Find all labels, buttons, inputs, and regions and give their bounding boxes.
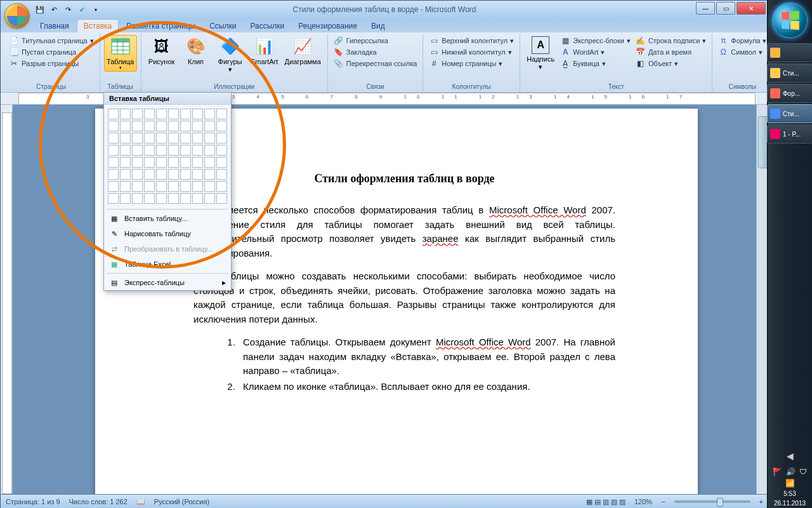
- clipart-button[interactable]: 🎨Клип: [180, 35, 213, 67]
- grid-cell[interactable]: [192, 121, 203, 131]
- grid-cell[interactable]: [120, 133, 131, 144]
- grid-cell[interactable]: [156, 133, 167, 144]
- grid-cell[interactable]: [120, 109, 131, 119]
- qat-more-icon[interactable]: ▾: [89, 3, 102, 16]
- dropcap-button[interactable]: A̲Буквица ▾: [558, 58, 608, 69]
- draw-table-item[interactable]: ✎Нарисовать таблицу: [104, 226, 231, 241]
- taskbar-item[interactable]: [767, 43, 812, 62]
- grid-cell[interactable]: [108, 133, 119, 144]
- grid-cell[interactable]: [216, 121, 227, 131]
- zoom-out-button[interactable]: −: [661, 498, 665, 505]
- grid-cell[interactable]: [180, 133, 191, 144]
- chart-button[interactable]: 📈Диаграмма: [282, 35, 324, 67]
- system-tray[interactable]: ◀ 🚩🔊🛡 📶 5:53 26.11.2013: [773, 447, 807, 508]
- hyperlink-button[interactable]: 🔗Гиперссылка: [332, 35, 390, 46]
- zoom-slider[interactable]: [674, 500, 750, 503]
- tab-review[interactable]: Рецензирование: [292, 20, 363, 32]
- grid-cell[interactable]: [216, 145, 227, 156]
- grid-cell[interactable]: [156, 121, 167, 131]
- tray-expand-icon[interactable]: ◀: [787, 451, 794, 461]
- tab-mailings[interactable]: Рассылки: [244, 20, 291, 32]
- tab-view[interactable]: Вид: [365, 20, 391, 32]
- grid-cell[interactable]: [132, 109, 143, 119]
- grid-cell[interactable]: [216, 109, 227, 119]
- grid-cell[interactable]: [168, 121, 179, 131]
- grid-cell[interactable]: [156, 145, 167, 156]
- grid-cell[interactable]: [156, 169, 167, 180]
- insert-table-item[interactable]: ▦Вставить таблицу...: [104, 211, 231, 226]
- volume-icon[interactable]: 🔊: [786, 467, 796, 476]
- crossref-button[interactable]: 📎Перекрестная ссылка: [332, 58, 419, 69]
- grid-cell[interactable]: [108, 157, 119, 168]
- grid-cell[interactable]: [204, 157, 215, 168]
- quickparts-button[interactable]: ▦Экспресс-блоки ▾: [558, 35, 632, 46]
- grid-cell[interactable]: [108, 145, 119, 156]
- textbox-button[interactable]: AНадпись ▾: [524, 35, 557, 72]
- grid-cell[interactable]: [204, 121, 215, 131]
- grid-cell[interactable]: [144, 181, 155, 192]
- grid-cell[interactable]: [156, 109, 167, 119]
- grid-cell[interactable]: [216, 193, 227, 204]
- spellcheck-icon[interactable]: ✔: [75, 3, 88, 16]
- vertical-ruler[interactable]: [1, 105, 13, 494]
- quick-tables-item[interactable]: ▤Экспресс-таблицы▶: [104, 275, 231, 290]
- tray-icons[interactable]: 🚩🔊🛡: [773, 467, 807, 476]
- grid-cell[interactable]: [168, 109, 179, 119]
- grid-cell[interactable]: [216, 133, 227, 144]
- grid-cell[interactable]: [192, 145, 203, 156]
- grid-cell[interactable]: [120, 157, 131, 168]
- grid-cell[interactable]: [192, 169, 203, 180]
- network-icon[interactable]: 🛡: [799, 467, 807, 476]
- header-button[interactable]: ▭Верхний колонтитул ▾: [427, 35, 516, 46]
- grid-cell[interactable]: [132, 193, 143, 204]
- proofing-icon[interactable]: 📖: [136, 498, 145, 506]
- cover-page-button[interactable]: 📄Титульная страница ▾: [7, 35, 96, 46]
- grid-cell[interactable]: [204, 145, 215, 156]
- grid-cell[interactable]: [216, 169, 227, 180]
- bookmark-button[interactable]: 🔖Закладка: [332, 46, 379, 58]
- grid-cell[interactable]: [132, 157, 143, 168]
- blank-page-button[interactable]: 📃Пустая страница: [7, 46, 78, 58]
- taskbar-item[interactable]: Сти...: [767, 104, 812, 123]
- grid-cell[interactable]: [192, 109, 203, 119]
- save-icon[interactable]: 💾: [34, 3, 46, 16]
- signal-icon[interactable]: 📶: [785, 479, 795, 488]
- grid-cell[interactable]: [108, 169, 119, 180]
- grid-cell[interactable]: [156, 157, 167, 168]
- grid-cell[interactable]: [216, 181, 227, 192]
- grid-cell[interactable]: [144, 145, 155, 156]
- grid-cell[interactable]: [180, 145, 191, 156]
- grid-cell[interactable]: [204, 181, 215, 192]
- grid-cell[interactable]: [120, 169, 131, 180]
- grid-cell[interactable]: [120, 145, 131, 156]
- taskbar-item[interactable]: Фор...: [767, 84, 812, 103]
- tab-page-layout[interactable]: Разметка страницы: [120, 20, 202, 32]
- grid-cell[interactable]: [108, 109, 119, 119]
- object-button[interactable]: ◧Объект ▾: [634, 58, 680, 69]
- grid-cell[interactable]: [180, 169, 191, 180]
- status-words[interactable]: Число слов: 1 262: [69, 498, 128, 505]
- grid-cell[interactable]: [192, 133, 203, 144]
- grid-cell[interactable]: [108, 181, 119, 192]
- table-button[interactable]: Таблица ▾: [104, 35, 137, 72]
- grid-cell[interactable]: [180, 193, 191, 204]
- grid-cell[interactable]: [132, 169, 143, 180]
- grid-cell[interactable]: [180, 181, 191, 192]
- footer-button[interactable]: ▭Нижний колонтитул ▾: [427, 46, 513, 58]
- flag-icon[interactable]: 🚩: [773, 467, 782, 476]
- grid-cell[interactable]: [120, 181, 131, 192]
- grid-cell[interactable]: [144, 109, 155, 119]
- maximize-button[interactable]: ▭: [716, 2, 735, 15]
- grid-cell[interactable]: [156, 193, 167, 204]
- grid-cell[interactable]: [168, 133, 179, 144]
- shapes-button[interactable]: 🔷Фигуры ▾: [214, 35, 247, 75]
- datetime-button[interactable]: 📅Дата и время: [634, 46, 693, 58]
- grid-cell[interactable]: [120, 193, 131, 204]
- grid-cell[interactable]: [144, 133, 155, 144]
- grid-cell[interactable]: [180, 109, 191, 119]
- picture-button[interactable]: 🖼Рисунок: [145, 35, 178, 67]
- clock-time[interactable]: 5:53: [783, 490, 796, 497]
- grid-cell[interactable]: [192, 181, 203, 192]
- grid-cell[interactable]: [108, 193, 119, 204]
- grid-cell[interactable]: [168, 157, 179, 168]
